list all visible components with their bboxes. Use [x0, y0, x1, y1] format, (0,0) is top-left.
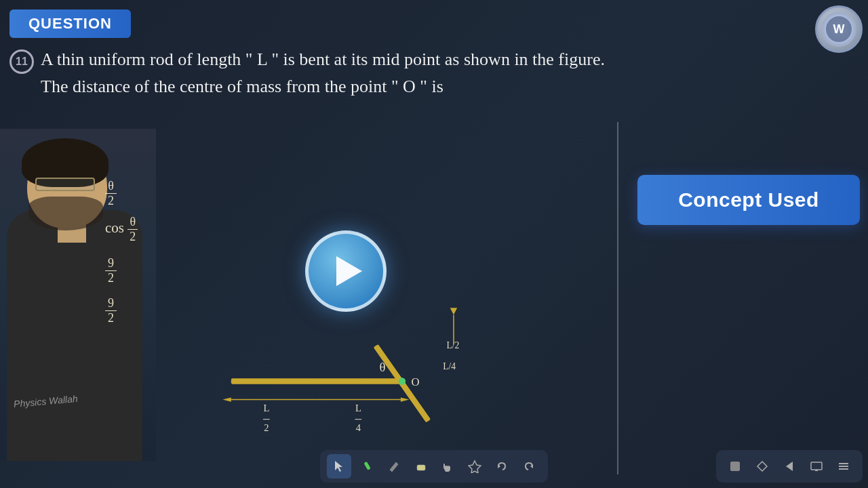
- svg-rect-24: [417, 465, 425, 470]
- svg-rect-2: [231, 378, 401, 384]
- tool-cursor[interactable]: [327, 454, 351, 479]
- svg-text:L: L: [355, 403, 361, 413]
- question-badge: QUESTION: [9, 9, 131, 38]
- svg-text:2: 2: [264, 422, 269, 433]
- svg-rect-30: [811, 462, 822, 470]
- question-label: QUESTION: [28, 15, 112, 32]
- bottom-tool-2[interactable]: [750, 454, 774, 479]
- svg-marker-25: [469, 461, 481, 473]
- rod-diagram-svg: L ─ 2 L ─ 4 O θ L/2 L/4: [217, 291, 556, 454]
- svg-text:O: O: [411, 375, 419, 388]
- tool-pen[interactable]: [354, 454, 378, 479]
- math-val1: 9 2: [105, 253, 138, 285]
- math-val2: 9 2: [105, 293, 138, 325]
- bottom-toolbar: [320, 450, 548, 483]
- diagram-area: L ─ 2 L ─ 4 O θ L/2 L/4: [190, 210, 597, 468]
- svg-marker-5: [222, 397, 231, 401]
- svg-rect-28: [730, 462, 740, 471]
- instructor-glasses: [35, 178, 95, 191]
- question-line2: The distance of the centre of mass from …: [41, 77, 443, 96]
- math-theta-half: θ 2: [105, 176, 138, 208]
- concept-used-button[interactable]: Concept Used: [637, 175, 860, 225]
- math-cos-theta: cos θ 2: [105, 215, 138, 244]
- tool-hand[interactable]: [435, 454, 460, 479]
- play-icon: [336, 256, 362, 286]
- bottom-tool-menu[interactable]: [831, 454, 856, 479]
- svg-rect-31: [815, 470, 818, 471]
- question-number: 11: [16, 56, 28, 68]
- logo-circle: W: [815, 5, 863, 53]
- svg-text:W: W: [833, 22, 845, 36]
- bottom-tool-screen[interactable]: [804, 454, 829, 479]
- svg-rect-32: [839, 463, 848, 464]
- bottom-tool-3[interactable]: [777, 454, 802, 479]
- svg-marker-22: [335, 461, 342, 472]
- question-number-icon: 11: [9, 49, 34, 74]
- svg-text:4: 4: [356, 422, 361, 433]
- svg-rect-23: [363, 462, 370, 470]
- bottom-right-toolbar: [716, 450, 863, 483]
- svg-marker-29: [786, 462, 793, 471]
- instructor-beard: [28, 197, 103, 230]
- tool-undo[interactable]: [490, 454, 514, 479]
- separator-line: [617, 122, 618, 474]
- svg-text:L: L: [263, 403, 269, 413]
- svg-marker-20: [450, 308, 457, 314]
- svg-text:θ: θ: [380, 360, 386, 374]
- play-button[interactable]: [305, 230, 387, 312]
- svg-rect-34: [839, 468, 848, 470]
- tool-eraser[interactable]: [408, 454, 433, 479]
- svg-point-15: [399, 378, 406, 384]
- bottom-tool-1[interactable]: [723, 454, 747, 479]
- tool-redo[interactable]: [517, 454, 541, 479]
- tool-marker[interactable]: [381, 454, 406, 479]
- question-line1: A thin uniform rod of length " L " is be…: [41, 49, 605, 69]
- svg-rect-33: [839, 466, 848, 467]
- concept-used-label: Concept Used: [678, 188, 819, 211]
- tool-pin[interactable]: [462, 454, 487, 479]
- svg-marker-11: [401, 397, 410, 401]
- math-annotations: θ 2 cos θ 2 9 2 9 2: [105, 176, 138, 325]
- svg-text:L/4: L/4: [443, 361, 456, 371]
- question-text: A thin uniform rod of length " L " is be…: [41, 46, 800, 101]
- logo-inner: W: [821, 12, 856, 47]
- question-text-area: A thin uniform rod of length " L " is be…: [41, 46, 800, 101]
- svg-text:L/2: L/2: [447, 340, 460, 350]
